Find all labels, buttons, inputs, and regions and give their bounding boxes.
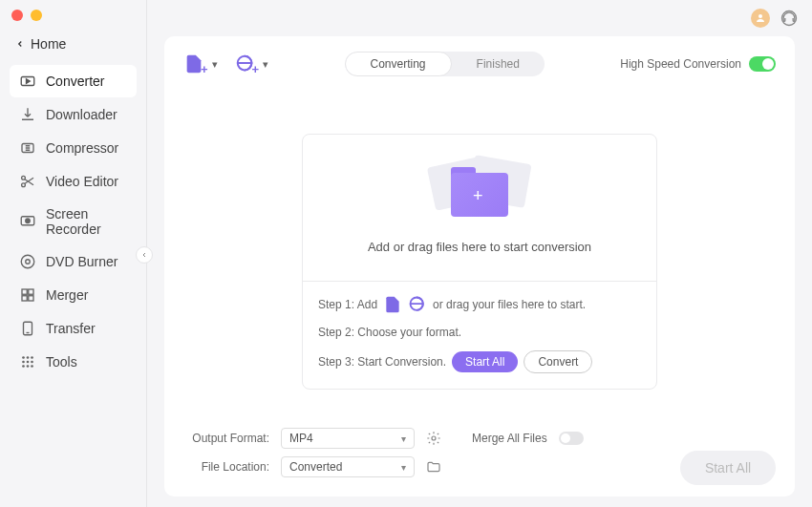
- disc-icon: [19, 253, 36, 270]
- scissors-icon: [19, 173, 36, 190]
- settings-icon[interactable]: [426, 431, 441, 446]
- svg-point-17: [31, 356, 33, 359]
- close-window-button[interactable]: [11, 10, 23, 21]
- nav-label: Converter: [46, 74, 104, 89]
- svg-rect-11: [29, 289, 33, 294]
- sidebar-item-downloader[interactable]: Downloader: [10, 98, 137, 131]
- converter-icon: [19, 73, 36, 90]
- high-speed-toggle[interactable]: [749, 56, 776, 72]
- browse-folder-icon[interactable]: [426, 459, 441, 475]
- nav-label: Transfer: [46, 321, 96, 336]
- output-format-label: Output Format:: [183, 432, 269, 445]
- header-right: [751, 9, 799, 28]
- svg-rect-10: [22, 289, 27, 294]
- convert-step-button[interactable]: Convert: [524, 350, 592, 373]
- chevron-down-icon: ▾: [212, 58, 218, 71]
- svg-point-0: [759, 14, 762, 18]
- right-tools: High Speed Conversion: [620, 56, 776, 72]
- tab-converting[interactable]: Converting: [345, 52, 452, 76]
- sidebar-item-transfer[interactable]: Transfer: [10, 312, 137, 345]
- home-link[interactable]: Home: [0, 29, 146, 59]
- folder-icon: +: [427, 156, 532, 222]
- chevron-down-icon: ▾: [401, 433, 406, 444]
- sidebar-item-tools[interactable]: Tools: [10, 346, 137, 378]
- recorder-icon: [19, 213, 36, 230]
- main-panel: + ▾ + ▾ Converting Finished High Speed C…: [164, 36, 795, 496]
- output-format-select[interactable]: MP4 ▾: [281, 428, 415, 449]
- drop-zone[interactable]: + Add or drag files here to start conver…: [302, 134, 657, 390]
- svg-point-20: [31, 361, 33, 364]
- nav-label: Downloader: [46, 107, 118, 122]
- drop-zone-upper: + Add or drag files here to start conver…: [303, 135, 656, 281]
- compressor-icon: [19, 139, 36, 157]
- svg-point-15: [22, 356, 25, 359]
- svg-point-4: [22, 176, 26, 180]
- start-all-step-button[interactable]: Start All: [452, 351, 518, 372]
- sidebar: Home Converter Downloader Compressor Vid…: [0, 0, 147, 507]
- tab-finished[interactable]: Finished: [452, 52, 545, 76]
- nav-list: Converter Downloader Compressor Video Ed…: [0, 65, 146, 378]
- high-speed-label: High Speed Conversion: [620, 57, 741, 71]
- svg-point-18: [22, 361, 25, 364]
- nav-label: Video Editor: [46, 174, 118, 189]
- step-2: Step 2: Choose your format.: [318, 326, 641, 339]
- svg-point-21: [22, 365, 25, 368]
- downloader-icon: [19, 106, 36, 123]
- svg-point-8: [21, 255, 34, 268]
- sidebar-item-screen-recorder[interactable]: Screen Recorder: [10, 199, 137, 244]
- home-label: Home: [31, 36, 66, 52]
- user-avatar[interactable]: [751, 9, 770, 28]
- add-file-icon[interactable]: [383, 295, 402, 314]
- tab-control: Converting Finished: [345, 52, 545, 76]
- window-controls: [11, 10, 42, 21]
- step-1: Step 1: Add or drag your files here to s…: [318, 295, 641, 314]
- sidebar-collapse-handle[interactable]: [136, 246, 153, 264]
- chevron-down-icon: ▾: [401, 462, 406, 473]
- add-file-button[interactable]: + ▾: [183, 53, 218, 76]
- add-remote-button[interactable]: + ▾: [235, 53, 269, 76]
- svg-point-5: [22, 183, 26, 187]
- svg-point-22: [27, 365, 30, 368]
- drop-zone-steps: Step 1: Add or drag your files here to s…: [303, 281, 656, 389]
- svg-rect-13: [29, 296, 33, 301]
- svg-point-9: [26, 260, 31, 264]
- nav-label: DVD Burner: [46, 254, 118, 269]
- output-format-row: Output Format: MP4 ▾ Merge All Files: [183, 428, 776, 449]
- svg-point-7: [26, 219, 31, 223]
- sidebar-item-video-editor[interactable]: Video Editor: [10, 165, 137, 198]
- file-location-select[interactable]: Converted ▾: [281, 456, 415, 477]
- support-icon[interactable]: [780, 9, 799, 28]
- svg-point-26: [432, 436, 436, 440]
- grid-icon: [19, 353, 36, 370]
- footer: Output Format: MP4 ▾ Merge All Files Fil…: [183, 428, 776, 485]
- svg-rect-12: [22, 296, 27, 301]
- svg-point-23: [31, 365, 33, 368]
- merge-label: Merge All Files: [472, 432, 547, 445]
- left-tools: + ▾ + ▾: [183, 53, 268, 76]
- nav-label: Compressor: [46, 140, 118, 156]
- svg-point-16: [27, 356, 30, 359]
- svg-point-19: [27, 361, 30, 364]
- sidebar-item-merger[interactable]: Merger: [10, 279, 137, 311]
- merge-all-toggle[interactable]: [559, 432, 584, 445]
- chevron-down-icon: ▾: [263, 58, 268, 71]
- merger-icon: [19, 286, 36, 304]
- step-3: Step 3: Start Conversion. Start All Conv…: [318, 350, 641, 373]
- transfer-icon: [19, 320, 36, 337]
- nav-label: Screen Recorder: [46, 206, 127, 237]
- sidebar-item-dvd-burner[interactable]: DVD Burner: [10, 245, 137, 278]
- sidebar-item-converter[interactable]: Converter: [10, 65, 137, 97]
- start-all-button[interactable]: Start All: [680, 451, 776, 485]
- nav-label: Tools: [46, 354, 77, 370]
- sidebar-item-compressor[interactable]: Compressor: [10, 132, 137, 164]
- toolbar: + ▾ + ▾ Converting Finished High Speed C…: [183, 52, 776, 76]
- nav-label: Merger: [46, 287, 88, 303]
- chevron-left-icon: [140, 251, 148, 259]
- add-remote-icon[interactable]: [408, 295, 427, 314]
- file-location-label: File Location:: [183, 460, 269, 474]
- drop-zone-text: Add or drag files here to start conversi…: [322, 240, 637, 254]
- chevron-left-icon: [15, 39, 25, 49]
- minimize-window-button[interactable]: [31, 10, 42, 21]
